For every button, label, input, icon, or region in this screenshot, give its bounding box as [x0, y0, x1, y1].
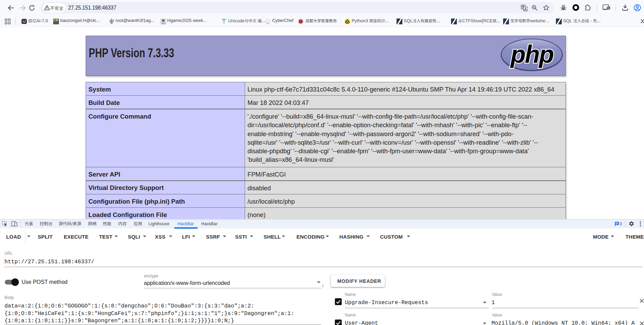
svg-text:php: php	[510, 40, 554, 68]
